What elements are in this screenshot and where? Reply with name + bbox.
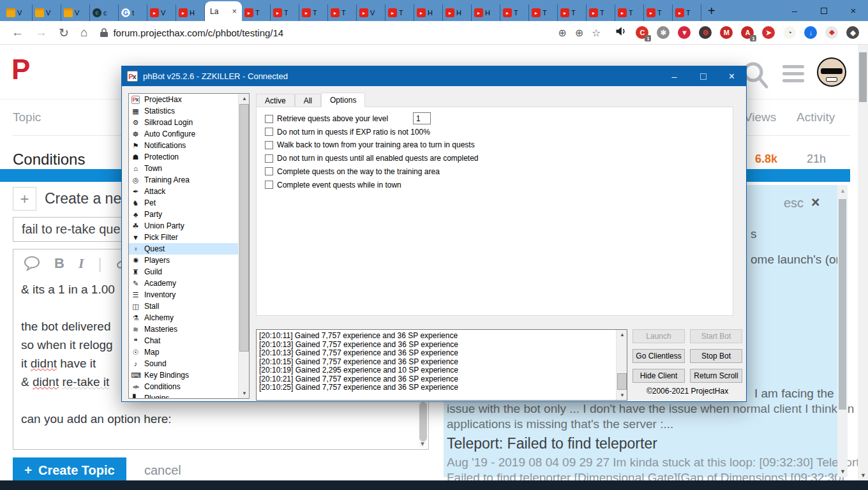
ext-gear-icon[interactable]: ⚙ <box>699 26 712 39</box>
zoom-out-icon[interactable]: ⊕ <box>558 27 566 39</box>
sidebar-item-town[interactable]: ⌂Town <box>129 163 238 174</box>
user-avatar[interactable] <box>817 57 846 87</box>
sidebar-item-alchemy[interactable]: ⚗Alchemy <box>129 312 238 323</box>
browser-tab-active[interactable]: La× <box>205 1 242 21</box>
sidebar-item-pick-filter[interactable]: ▼Pick Filter <box>129 232 238 243</box>
sidebar-item-plugins[interactable]: ▙Plugins <box>129 392 238 399</box>
site-logo[interactable]: P <box>11 54 30 85</box>
sidebar-item-academy[interactable]: ✎Academy <box>129 278 238 289</box>
sidebar-scrollbar-thumb[interactable] <box>239 104 249 352</box>
sidebar-item-auto-configure[interactable]: ☸Auto Configure <box>129 128 238 140</box>
bookmark-star-icon[interactable]: ☆ <box>592 27 601 39</box>
browser-tab[interactable]: ▸T <box>673 4 701 21</box>
phbot-close-button[interactable]: × <box>717 66 746 86</box>
create-topic-button[interactable]: + Create Topic <box>13 457 126 483</box>
browser-tab[interactable]: ▸H <box>176 4 205 21</box>
bold-icon[interactable]: B <box>54 255 64 272</box>
sidebar-item-key-bindings[interactable]: ⌨Key Bindings <box>129 369 238 381</box>
ext-m-icon[interactable]: M <box>720 26 733 39</box>
checkbox-complete-event-quests-while-in-town[interactable] <box>265 181 273 189</box>
sidebar-item-protection[interactable]: ☗Protection <box>129 151 238 163</box>
ext-puzzle-icon[interactable]: ◆ <box>846 26 859 39</box>
scroll-up-icon[interactable]: ▲ <box>840 188 846 194</box>
browser-tab[interactable]: V <box>33 4 61 21</box>
checkbox-walk-back-to-town-from-your-training-area-to-turn-in-quests[interactable] <box>265 141 273 149</box>
sidebar-item-guild[interactable]: ♜Guild <box>129 266 238 278</box>
ext-film-icon[interactable]: ✻ <box>657 26 670 39</box>
browser-tab[interactable]: ▸T <box>271 4 299 21</box>
scroll-down-icon[interactable]: ▼ <box>620 392 625 398</box>
sidebar-item-players[interactable]: ✺Players <box>129 255 238 266</box>
new-tab-button[interactable]: + <box>708 4 715 19</box>
ext-gauge-icon[interactable]: ◔ <box>783 26 796 39</box>
browser-tab[interactable]: ▸T <box>328 4 357 21</box>
sidebar-item-conditions[interactable]: </>Conditions <box>129 381 238 392</box>
tab-active[interactable]: Active <box>256 94 295 107</box>
browser-tab[interactable]: cc <box>90 4 119 21</box>
quote-scrollbar-thumb[interactable] <box>839 199 846 410</box>
go-clientless-button[interactable]: Go Clientless <box>632 349 685 363</box>
tab-all[interactable]: All <box>295 94 321 107</box>
close-icon[interactable]: × <box>811 194 819 211</box>
quest-level-input[interactable] <box>413 112 431 124</box>
cancel-link[interactable]: cancel <box>144 463 181 478</box>
sidebar-item-projecthax[interactable]: PxProjectHax <box>129 94 238 105</box>
home-icon[interactable]: ⌂ <box>80 26 87 40</box>
log-scrollbar[interactable]: ▲ ▼ <box>616 330 627 400</box>
browser-tab[interactable]: ▸T <box>500 4 529 21</box>
sidebar-item-stall[interactable]: ◫Stall <box>129 301 238 312</box>
stop-bot-button[interactable]: Stop Bot <box>690 349 742 363</box>
sidebar-item-notifications[interactable]: ⚑Notifications <box>129 140 238 151</box>
return-scroll-button[interactable]: Return Scroll <box>690 369 742 383</box>
sidebar-item-party[interactable]: ♣Party <box>129 209 238 220</box>
browser-tab[interactable]: ▸T <box>529 4 558 21</box>
address-bar[interactable]: forum.projecthax.com/c/phbot/testing/14 <box>100 27 283 38</box>
quote-scrollbar[interactable]: ▲ ▼ <box>837 185 848 477</box>
sidebar-item-statistics[interactable]: ▦Statistics <box>129 105 238 117</box>
browser-tab[interactable]: ▸T <box>299 4 328 21</box>
browser-tab[interactable]: V <box>61 4 90 21</box>
phbot-titlebar[interactable]: Px phBot v25.2.6 - ZZKILLER - Connected … <box>122 66 746 86</box>
page-scrollbar[interactable]: ▼ <box>858 45 868 480</box>
quote-bubble-icon[interactable] <box>24 256 40 271</box>
forward-icon[interactable]: → <box>35 26 47 40</box>
quote-result-heading[interactable]: Teleport: Failed to find teleporter <box>447 435 657 452</box>
sidebar-scrollbar[interactable]: ▲ ▼ <box>238 94 249 398</box>
sidebar-item-training-area[interactable]: ◎Training Area <box>129 174 238 186</box>
topic-title[interactable]: Conditions <box>13 151 85 168</box>
ext-c-icon[interactable]: C1 <box>636 26 648 39</box>
ext-shield-icon[interactable]: ▼ <box>678 26 691 39</box>
scroll-up-icon[interactable]: ▲ <box>242 96 247 101</box>
back-icon[interactable]: ← <box>11 26 24 40</box>
sidebar-item-masteries[interactable]: ≋Masteries <box>129 323 238 335</box>
editor-scrollbar-thumb[interactable] <box>419 402 427 442</box>
reload-icon[interactable]: ↻ <box>59 26 69 40</box>
phbot-minimize-button[interactable]: – <box>660 66 689 86</box>
window-close-button[interactable]: × <box>839 0 868 21</box>
phbot-maximize-button[interactable] <box>689 66 717 86</box>
window-maximize-button[interactable] <box>809 0 839 21</box>
sidebar-item-inventory[interactable]: ☰Inventory <box>129 289 238 301</box>
volume-icon[interactable] <box>615 25 627 40</box>
page-scrollbar-thumb[interactable] <box>859 52 867 102</box>
tab-close-icon[interactable]: × <box>232 6 237 16</box>
browser-tab[interactable]: ▸T <box>558 4 587 21</box>
hide-client-button[interactable]: Hide Client <box>632 369 685 383</box>
sidebar-item-union-party[interactable]: ☘Union Party <box>129 220 238 232</box>
browser-tab[interactable]: ▸H <box>472 4 500 21</box>
browser-tab[interactable]: ▸T <box>587 4 615 21</box>
browser-tab[interactable]: Gt <box>119 4 147 21</box>
browser-tab[interactable]: ▸T <box>385 4 414 21</box>
sidebar-item-sound[interactable]: ♪Sound <box>129 358 238 369</box>
ext-abp-icon[interactable]: A1 <box>741 26 754 39</box>
browser-tab[interactable]: ▸H <box>443 4 472 21</box>
sidebar-item-pet[interactable]: ♞Pet <box>129 197 238 209</box>
ext-download-icon[interactable]: ↓ <box>804 26 817 39</box>
zoom-in-icon[interactable]: ⊕ <box>575 27 583 39</box>
tab-options[interactable]: Options <box>321 93 365 107</box>
browser-tab[interactable]: ▸T <box>242 4 271 21</box>
scroll-down-icon[interactable]: ▼ <box>419 440 426 447</box>
phbot-log-box[interactable]: [20:10:11] Gained 7,757 experience and 3… <box>256 329 627 401</box>
log-scrollbar-thumb[interactable] <box>617 373 627 390</box>
browser-tab[interactable]: V <box>4 4 33 21</box>
